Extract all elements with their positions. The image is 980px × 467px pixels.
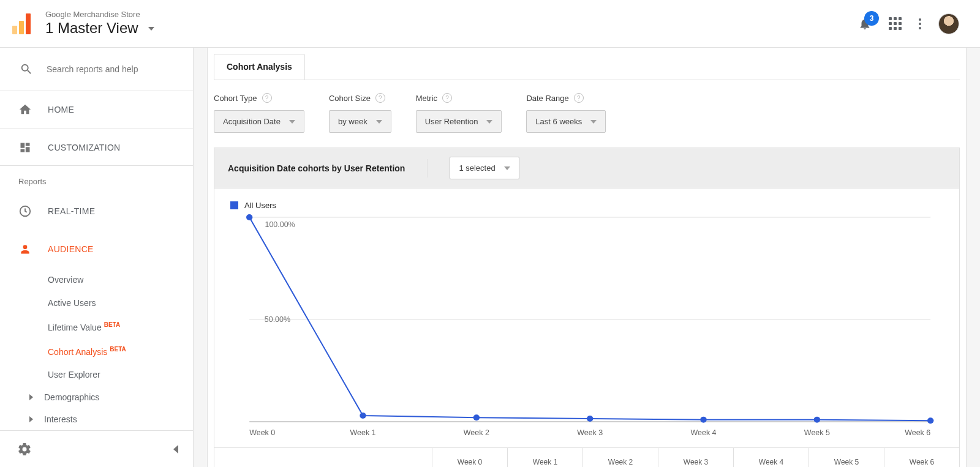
subnav-interests[interactable]: Interests — [0, 408, 193, 430]
search-input[interactable]: Search reports and help — [0, 48, 193, 91]
help-icon[interactable]: ? — [262, 93, 272, 103]
cohort-size-select[interactable]: by week — [329, 110, 391, 133]
metric-select[interactable]: User Retention — [416, 110, 502, 133]
nav-realtime[interactable]: REAL-TIME — [0, 192, 193, 230]
svg-point-17 — [587, 416, 593, 422]
expand-icon — [29, 416, 33, 422]
subnav-user-explorer[interactable]: User Explorer — [48, 363, 193, 386]
week-column-header: Week 0 — [432, 448, 508, 467]
svg-point-16 — [473, 414, 480, 420]
subnav-cohort-analysis[interactable]: Cohort AnalysisBETA — [48, 339, 193, 364]
notifications-button[interactable]: 3 — [858, 17, 872, 31]
help-icon[interactable]: ? — [574, 93, 584, 103]
view-name: 1 Master View — [45, 20, 138, 36]
chart-panel: Acquisition Date cohorts by User Retenti… — [214, 148, 960, 448]
svg-point-15 — [360, 413, 366, 419]
nav-customization[interactable]: + CUSTOMIZATION — [0, 129, 193, 166]
subnav-demographics[interactable]: Demographics — [0, 386, 193, 408]
svg-text:Week 5: Week 5 — [804, 428, 830, 437]
week-column-header: Week 5 — [809, 448, 884, 467]
svg-point-19 — [814, 417, 820, 423]
subnav-overview[interactable]: Overview — [48, 268, 193, 291]
main-panel: Cohort Analysis Cohort Type? Acquisition… — [194, 48, 980, 467]
svg-text:Week 1: Week 1 — [350, 428, 376, 437]
svg-text:Week 4: Week 4 — [691, 428, 717, 437]
series-selector[interactable]: 1 selected — [450, 157, 519, 179]
week-column-header: Week 4 — [734, 448, 809, 467]
retention-chart: 100.00%50.00%Week 0Week 1Week 2Week 3Wee… — [230, 214, 943, 443]
svg-text:50.00%: 50.00% — [265, 315, 290, 324]
sidebar-footer — [0, 430, 193, 467]
svg-text:Week 2: Week 2 — [464, 428, 489, 437]
sidebar: Search reports and help HOME + CUSTOMIZA… — [0, 48, 194, 467]
svg-text:Week 6: Week 6 — [905, 428, 930, 437]
cohort-type-select[interactable]: Acquisition Date — [214, 110, 304, 133]
nav-home[interactable]: HOME — [0, 91, 193, 129]
account-name: Google Merchandise Store — [45, 10, 154, 19]
collapse-sidebar-button[interactable] — [173, 445, 178, 454]
ga-logo — [12, 13, 31, 34]
person-icon — [19, 243, 31, 255]
week-column-header: Week 3 — [658, 448, 734, 467]
help-icon[interactable]: ? — [375, 93, 385, 103]
svg-text:100.00%: 100.00% — [265, 220, 295, 229]
notification-badge: 3 — [864, 11, 879, 26]
subnav-lifetime-value[interactable]: Lifetime ValueBETA — [48, 315, 193, 339]
tab-cohort-analysis[interactable]: Cohort Analysis — [214, 54, 305, 80]
apps-button[interactable] — [889, 17, 902, 30]
dashboard-icon: + — [19, 141, 31, 154]
more-menu-button[interactable] — [919, 18, 921, 29]
help-icon[interactable]: ? — [442, 93, 452, 103]
reports-heading: Reports — [0, 166, 193, 192]
svg-text:+: + — [26, 148, 29, 154]
search-icon — [20, 62, 33, 76]
top-bar: Google Merchandise Store 1 Master View 3 — [0, 0, 980, 48]
search-placeholder: Search reports and help — [47, 64, 138, 74]
report-tabbar: Cohort Analysis — [208, 48, 966, 81]
svg-point-18 — [700, 417, 706, 423]
week-column-header: Week 2 — [583, 448, 658, 467]
svg-point-14 — [246, 214, 252, 220]
caret-down-icon — [148, 27, 154, 31]
chart-title: Acquisition Date cohorts by User Retenti… — [228, 163, 405, 173]
gear-icon — [17, 442, 32, 457]
chart-legend: All Users — [214, 189, 959, 210]
home-icon — [18, 103, 32, 116]
account-avatar[interactable] — [938, 13, 959, 34]
subnav-active-users[interactable]: Active Users — [48, 291, 193, 315]
report-controls: Cohort Type? Acquisition Date Cohort Siz… — [208, 81, 966, 148]
date-range-select[interactable]: Last 6 weeks — [526, 110, 606, 133]
expand-icon — [29, 394, 33, 400]
svg-point-20 — [927, 417, 933, 424]
clock-icon — [18, 204, 32, 218]
cohort-table-header: Week 0Week 1Week 2Week 3Week 4Week 5Week… — [214, 448, 960, 467]
audience-subnav: Overview Active Users Lifetime ValueBETA… — [0, 268, 193, 386]
legend-swatch — [230, 201, 238, 209]
svg-text:Week 3: Week 3 — [577, 428, 603, 437]
view-switcher[interactable]: Google Merchandise Store 1 Master View — [45, 10, 154, 37]
week-column-header: Week 1 — [508, 448, 583, 467]
week-column-header: Week 6 — [884, 448, 959, 467]
admin-button[interactable] — [17, 442, 32, 457]
svg-text:Week 0: Week 0 — [249, 428, 275, 437]
nav-audience[interactable]: AUDIENCE — [0, 230, 193, 268]
